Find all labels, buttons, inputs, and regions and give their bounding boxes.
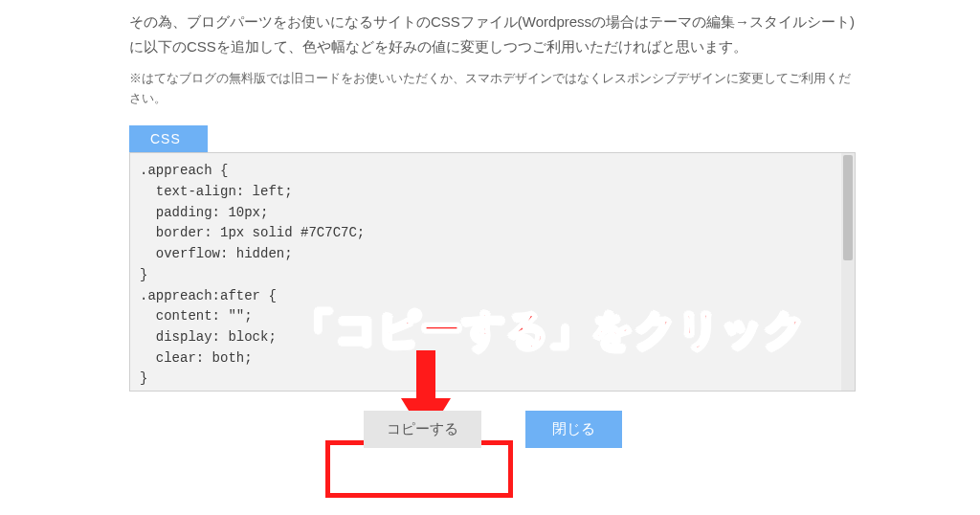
description-note: ※はてなブログの無料版では旧コードをお使いいただくか、スマホデザインではなくレス…: [129, 68, 856, 109]
highlight-box-icon: [325, 440, 513, 498]
close-button[interactable]: 閉じる: [525, 411, 622, 448]
scrollbar-track[interactable]: [841, 153, 855, 391]
code-container: .appreach { text-align: left; padding: 1…: [129, 152, 856, 392]
tab-css[interactable]: CSS: [129, 125, 208, 152]
css-code[interactable]: .appreach { text-align: left; padding: 1…: [140, 161, 845, 390]
scrollbar-thumb[interactable]: [843, 155, 853, 260]
description-main: その為、ブログパーツをお使いになるサイトのCSSファイル(Wordpressの場…: [129, 10, 856, 60]
button-row: コピーする 閉じる: [129, 411, 856, 448]
copy-button[interactable]: コピーする: [364, 411, 481, 448]
